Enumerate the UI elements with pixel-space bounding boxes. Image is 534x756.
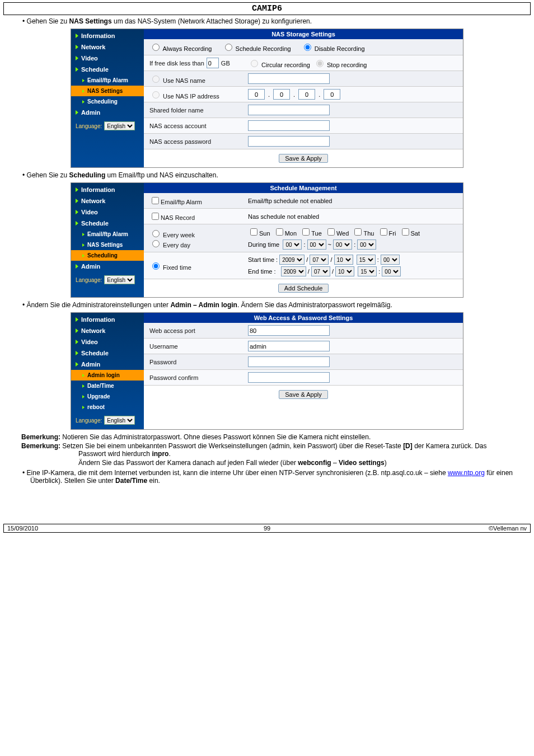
during-mm1[interactable]: 00 (307, 240, 326, 250)
page-footer: 15/09/2010 99 ©Velleman nv (3, 524, 531, 533)
nas-name-input[interactable] (248, 73, 330, 84)
nas-account-input[interactable] (248, 120, 330, 131)
remark-1: Bemerkung: Notieren Sie das Administrato… (78, 433, 512, 441)
schedule-recording-radio[interactable]: Schedule Recording (222, 42, 291, 52)
sidebar-item-reboot[interactable]: reboot (71, 402, 144, 412)
sidebar-item-information[interactable]: Information (71, 30, 144, 41)
arrow-icon (76, 264, 78, 269)
free-disk-input[interactable] (207, 58, 219, 68)
end-day[interactable]: 10 (335, 266, 354, 276)
sidebar-item-nas[interactable]: NAS Settings (71, 240, 144, 250)
sidebar-item-admin[interactable]: Admin (71, 261, 144, 272)
language-row: Language: English (71, 272, 144, 288)
language-select[interactable]: English (104, 121, 135, 130)
end-month[interactable]: 07 (311, 266, 330, 276)
sidebar-item-emailftp[interactable]: Email/ftp Alarm (71, 75, 144, 86)
use-nas-ip-radio[interactable]: Use NAS IP address (144, 87, 245, 102)
ip-octet-2[interactable] (273, 89, 290, 100)
always-recording-radio[interactable]: Always Recording (149, 42, 212, 52)
sidebar: Information Network Video Schedule Admin… (71, 313, 144, 429)
webport-label: Web access port (144, 325, 245, 336)
sidebar-item-nas[interactable]: NAS Settings (71, 86, 144, 96)
sidebar-item-schedule[interactable]: Schedule (71, 348, 144, 359)
sidebar-item-video[interactable]: Video (71, 206, 144, 218)
sidebar-item-network[interactable]: Network (71, 41, 144, 53)
during-mm2[interactable]: 00 (357, 240, 376, 250)
username-label: Username (144, 341, 245, 352)
emailftp-status: Email/ftp schedule not enabled (245, 195, 463, 206)
mon-checkbox[interactable]: Mon (274, 230, 297, 237)
confirm-input[interactable] (248, 372, 330, 383)
sidebar-item-emailftp[interactable]: Email/ftp Alarm (71, 229, 144, 240)
panel-content: Schedule Management Email/ftp Alarm Emai… (144, 183, 463, 297)
arrow-icon (76, 110, 78, 115)
sidebar-item-admin[interactable]: Admin (71, 359, 144, 370)
webport-input[interactable] (248, 325, 330, 336)
sidebar-item-schedule[interactable]: Schedule (71, 64, 144, 75)
arrow-icon (82, 79, 85, 82)
shared-folder-input[interactable] (248, 105, 330, 115)
sidebar-item-video[interactable]: Video (71, 336, 144, 348)
arrow-icon (76, 340, 78, 344)
panel-header: Schedule Management (144, 183, 463, 193)
sidebar-item-network[interactable]: Network (71, 325, 144, 336)
end-year[interactable]: 2009 (281, 266, 306, 276)
use-nas-name-radio[interactable]: Use NAS name (144, 72, 245, 86)
remark-2-line2: Ändern Sie das Passwort der Kamera danac… (78, 459, 534, 467)
arrow-icon (76, 56, 78, 60)
sidebar-item-scheduling[interactable]: Scheduling (71, 96, 144, 107)
fixedtime-radio[interactable]: Fixed time (149, 264, 191, 271)
circular-recording-radio[interactable]: Circular recording (248, 58, 310, 68)
nas-account-label: NAS access account (144, 120, 245, 132)
start-hour[interactable]: 15 (357, 255, 376, 265)
during-hh2[interactable]: 00 (333, 240, 352, 250)
save-apply-button-2[interactable]: Save & Apply (279, 390, 327, 399)
ip-octet-1[interactable] (248, 89, 265, 100)
sidebar-item-network[interactable]: Network (71, 195, 144, 206)
panel-header: NAS Storage Settings (144, 29, 463, 39)
start-month[interactable]: 07 (310, 255, 329, 265)
ip-octet-3[interactable] (298, 89, 315, 100)
password-input[interactable] (248, 356, 330, 367)
arrow-icon (82, 233, 85, 236)
end-min[interactable]: 00 (382, 266, 401, 276)
username-input[interactable] (248, 341, 330, 351)
sun-checkbox[interactable]: Sun (248, 230, 270, 237)
disable-recording-radio[interactable]: Disable Recording (301, 42, 365, 52)
arrow-icon (76, 187, 78, 192)
everyday-radio[interactable]: Every day (149, 242, 190, 248)
nasrecord-checkbox[interactable]: NAS Record (149, 214, 195, 221)
everyweek-radio[interactable]: Every week (149, 232, 195, 238)
sidebar-item-video[interactable]: Video (71, 53, 144, 64)
start-min[interactable]: 00 (381, 255, 400, 265)
start-day[interactable]: 10 (334, 255, 353, 265)
sidebar-item-information[interactable]: Information (71, 184, 144, 195)
thu-checkbox[interactable]: Thu (352, 230, 374, 237)
wed-checkbox[interactable]: Wed (325, 230, 349, 237)
sidebar-item-scheduling[interactable]: Scheduling (71, 250, 144, 261)
ip-octet-4[interactable] (324, 89, 340, 100)
schedule-panel: Information Network Video Schedule Email… (71, 182, 463, 298)
save-apply-button[interactable]: Save & Apply (279, 154, 327, 163)
fri-checkbox[interactable]: Fri (378, 230, 396, 237)
language-select[interactable]: English (104, 275, 135, 284)
add-schedule-button[interactable]: Add Schedule (278, 284, 329, 293)
sidebar-item-admin[interactable]: Admin (71, 107, 144, 118)
nas-password-label: NAS access password (144, 136, 245, 147)
sidebar-item-information[interactable]: Information (71, 314, 144, 325)
start-year[interactable]: 2009 (279, 255, 305, 265)
end-hour[interactable]: 15 (358, 266, 377, 276)
sidebar-item-schedule[interactable]: Schedule (71, 218, 144, 229)
nas-password-input[interactable] (248, 136, 330, 147)
ntp-link[interactable]: www.ntp.org (448, 469, 485, 477)
sidebar-item-datetime[interactable]: Date/Time (71, 381, 144, 391)
sat-checkbox[interactable]: Sat (400, 230, 420, 237)
language-select[interactable]: English (104, 416, 135, 425)
during-hh1[interactable]: 00 (283, 240, 302, 250)
sidebar-item-adminlogin[interactable]: Admin login (71, 370, 144, 381)
tue-checkbox[interactable]: Tue (300, 230, 322, 237)
page-title: CAMIP6 (3, 2, 531, 15)
sidebar-item-upgrade[interactable]: Upgrade (71, 391, 144, 402)
emailftp-checkbox[interactable]: Email/ftp Alarm (149, 199, 202, 205)
stop-recording-radio[interactable]: Stop recording (313, 58, 367, 68)
